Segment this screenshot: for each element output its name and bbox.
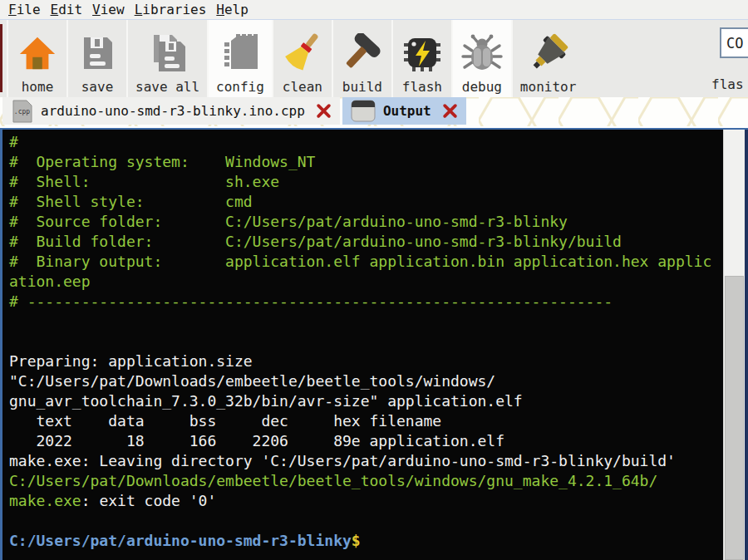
save-all-icon <box>147 29 189 77</box>
flash-label: flash <box>402 79 442 95</box>
config-label: config <box>216 79 264 95</box>
terminal-line: # <box>9 132 723 152</box>
menu-edit[interactable]: Edit <box>46 1 88 18</box>
terminal-text-segment: # Build folder: C:/Users/pat/arduino-uno… <box>9 233 622 250</box>
editor-tab-bar: .cpp arduino-uno-smd-r3-blinky.ino.cpp O… <box>0 97 748 126</box>
debug-label: debug <box>462 79 502 95</box>
terminal-text-segment: # Source folder: C:/Users/pat/arduino-un… <box>9 213 568 230</box>
terminal-line: # --------------------------------------… <box>9 292 723 312</box>
save-label: save <box>81 79 114 95</box>
terminal-text-segment: text data bss dec hex filename <box>9 412 441 430</box>
debug-button[interactable]: debug <box>451 20 511 97</box>
menu-file[interactable]: File <box>3 1 46 18</box>
console[interactable]: ## Operating system: Windows_NT# Shell: … <box>2 130 723 560</box>
clean-label: clean <box>283 79 322 95</box>
monitor-icon <box>528 29 569 77</box>
terminal-line: "C:/Users/pat/Downloads/embeetle/beetle_… <box>9 371 723 391</box>
home-button[interactable]: home <box>7 20 66 97</box>
monitor-label: monitor <box>520 79 576 95</box>
terminal-line: make.exe: Leaving directory 'C:/Users/pa… <box>9 451 723 471</box>
terminal-line: # Operating system: Windows_NT <box>9 152 723 172</box>
close-output-tab-icon[interactable] <box>442 103 458 119</box>
terminal-line: # Build folder: C:/Users/pat/arduino-uno… <box>9 232 723 252</box>
flash-port-input[interactable] <box>720 27 748 58</box>
home-label: home <box>22 79 54 95</box>
flash-button[interactable]: flash <box>391 20 451 97</box>
terminal-text-segment: $ <box>352 532 361 549</box>
menu-help[interactable]: Help <box>211 1 253 18</box>
terminal-text-segment: # Operating system: Windows_NT <box>9 153 315 170</box>
clean-icon <box>283 29 322 77</box>
terminal-line: # Binary output: application.elf applica… <box>9 252 723 272</box>
tab-source-file[interactable]: .cpp arduino-uno-smd-r3-blinky.ino.cpp <box>2 97 340 125</box>
embeetle-ide-window: File Edit View Libraries Help home <box>0 0 748 560</box>
terminal-text-segment: ation.eep <box>9 273 91 290</box>
clean-button[interactable]: clean <box>272 20 332 97</box>
terminal-line: C:/Users/pat/arduino-uno-smd-r3-blinky$ <box>9 531 723 551</box>
terminal-line: # Shell: sh.exe <box>9 172 723 192</box>
terminal-line <box>9 312 723 332</box>
cpp-file-icon: .cpp <box>11 100 33 123</box>
debug-icon <box>461 29 503 77</box>
terminal-text-segment: C:/Users/pat/Downloads/embeetle/beetle_t… <box>9 472 657 489</box>
build-label: build <box>342 79 382 95</box>
terminal-line: 2022 18 166 2206 89e application.elf <box>9 431 723 451</box>
save-button[interactable]: save <box>66 20 126 97</box>
config-button[interactable]: config <box>207 20 272 97</box>
menu-libraries[interactable]: Libraries <box>130 1 212 18</box>
home-icon <box>18 29 57 77</box>
terminal-line: gnu_avr_toolchain_7.3.0_32b/bin/avr-size… <box>9 391 723 411</box>
terminal-text-segment: # Binary output: application.elf applica… <box>9 253 711 270</box>
flash-port-label: flas <box>711 76 744 92</box>
terminal-icon <box>351 100 376 122</box>
terminal-text-segment: # --------------------------------------… <box>9 292 613 310</box>
config-icon <box>219 29 261 77</box>
build-icon <box>342 29 382 77</box>
monitor-button[interactable]: monitor <box>511 20 583 97</box>
terminal-text-segment: make.exe <box>9 492 81 509</box>
terminal-text-segment: 2022 18 166 2206 89e application.elf <box>9 432 504 449</box>
terminal-text-segment: "C:/Users/pat/Downloads/embeetle/beetle_… <box>9 372 495 390</box>
terminal-scrollbar[interactable] <box>723 130 745 560</box>
save-all-button[interactable]: save all <box>126 20 207 97</box>
terminal-text-segment: # Shell: sh.exe <box>9 173 279 190</box>
terminal-line: # Source folder: C:/Users/pat/arduino-un… <box>9 212 723 232</box>
svg-text:.cpp: .cpp <box>14 108 30 115</box>
terminal-text-segment: : exit code '0' <box>81 492 217 509</box>
tab-output[interactable]: Output <box>342 97 466 125</box>
window-edge-strip <box>0 24 2 92</box>
terminal-text-segment: make.exe: Leaving directory 'C:/Users/pa… <box>9 452 676 469</box>
scrollbar-thumb[interactable] <box>725 276 744 560</box>
terminal-line: # Shell style: cmd <box>9 192 723 212</box>
toolbar: home save <box>0 20 748 97</box>
save-icon <box>79 29 116 77</box>
output-terminal-panel: ## Operating system: Windows_NT# Shell: … <box>0 128 748 560</box>
terminal-text-segment: Preparing: application.size <box>9 352 253 370</box>
terminal-text-segment: # Shell style: cmd <box>9 193 253 210</box>
terminal-line: make.exe: exit code '0' <box>9 491 723 511</box>
flash-icon <box>402 29 442 77</box>
terminal-text-segment: # <box>9 133 18 150</box>
terminal-line: Preparing: application.size <box>9 351 723 371</box>
build-button[interactable]: build <box>332 20 391 97</box>
close-source-tab-icon[interactable] <box>316 103 332 119</box>
tab-source-file-label: arduino-uno-smd-r3-blinky.ino.cpp <box>41 103 305 119</box>
terminal-line: C:/Users/pat/Downloads/embeetle/beetle_t… <box>9 471 723 491</box>
terminal-line <box>9 511 723 531</box>
save-all-label: save all <box>135 79 199 95</box>
terminal-text-segment: C:/Users/pat/arduino-uno-smd-r3-blinky <box>9 532 352 549</box>
terminal-line: text data bss dec hex filename <box>9 411 723 431</box>
panel-right-border <box>745 130 748 560</box>
tab-output-label: Output <box>383 103 431 119</box>
terminal-line: ation.eep <box>9 272 723 292</box>
menu-bar: File Edit View Libraries Help <box>0 0 748 20</box>
terminal-line <box>9 332 723 351</box>
terminal-text-segment: gnu_avr_toolchain_7.3.0_32b/bin/avr-size… <box>9 392 523 410</box>
menu-view[interactable]: View <box>87 1 130 18</box>
